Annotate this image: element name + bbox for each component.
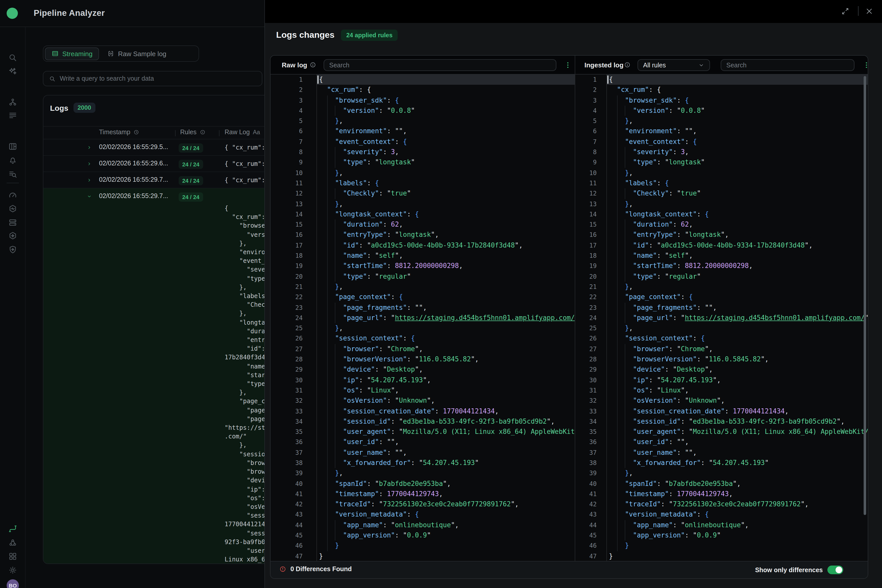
- kanban-icon[interactable]: [8, 142, 17, 151]
- query-placeholder: Write a query to search your data: [60, 75, 154, 82]
- line-number: 41: [270, 489, 317, 500]
- chevron-right-icon[interactable]: [87, 145, 92, 150]
- pipeline-icon[interactable]: [8, 524, 17, 533]
- code-line: 14 "longtask_context": {: [270, 209, 575, 220]
- code-line: 10 },: [270, 168, 575, 178]
- bell-icon[interactable]: [8, 156, 17, 165]
- ingested-log-search-input[interactable]: Search: [721, 59, 854, 71]
- line-number: 12: [575, 189, 607, 199]
- code-line: 40 "spanId": "b7abfdbe20e953ba",: [270, 478, 575, 489]
- line-number: 30: [575, 375, 607, 386]
- code-line: 44 "app_name": "onlineboutique",: [575, 520, 868, 531]
- line-number: 25: [575, 323, 607, 333]
- sidebar: BO: [0, 27, 26, 588]
- line-number: 11: [270, 178, 317, 189]
- tab-streaming-label: Streaming: [62, 50, 93, 57]
- row-timestamp: 02/02/2026 16:55:29.6...: [99, 160, 168, 167]
- line-number: 7: [270, 137, 317, 147]
- rules-applied-badge: 24 / 24: [178, 192, 203, 202]
- ingested-log-menu-icon[interactable]: [862, 60, 868, 70]
- hexagon-pulse-icon[interactable]: [8, 204, 17, 213]
- line-number: 22: [270, 292, 317, 302]
- raw-log-menu-icon[interactable]: [564, 60, 572, 70]
- code-line: 47}: [575, 551, 868, 561]
- info-icon: [200, 129, 206, 135]
- line-number: 2: [270, 85, 317, 96]
- code-line: 28 "browserVersion": "116.0.5845.82",: [575, 354, 868, 365]
- apps-grid-icon[interactable]: [8, 552, 17, 561]
- line-number: 20: [270, 271, 317, 282]
- chevron-right-icon[interactable]: [87, 178, 92, 183]
- org-chart-icon[interactable]: [8, 98, 17, 106]
- code-line: 29 "device": "Desktop",: [575, 365, 868, 375]
- differences-count: 0 Differences Found: [290, 566, 352, 573]
- gear-icon[interactable]: [8, 566, 17, 575]
- log-search-icon[interactable]: [8, 170, 17, 178]
- line-number: 18: [575, 250, 607, 261]
- shield-sparkle-icon[interactable]: [8, 245, 17, 254]
- vertical-scrollbar[interactable]: [864, 76, 866, 515]
- people-icon[interactable]: [8, 538, 17, 547]
- column-rules[interactable]: Rules: [180, 129, 206, 136]
- sparkles-icon[interactable]: [8, 67, 17, 76]
- search-icon[interactable]: [8, 53, 17, 62]
- server-icon[interactable]: [8, 218, 17, 227]
- gauge-icon[interactable]: [8, 191, 17, 200]
- hexagon-sparkle-icon[interactable]: [8, 231, 17, 240]
- line-number: 15: [270, 219, 317, 230]
- code-file-icon: [108, 50, 115, 57]
- code-line: 43 "version_metadata": {: [270, 510, 575, 520]
- code-line: 41 "timestamp": 1770044129743,: [270, 489, 575, 500]
- app-logo[interactable]: [7, 8, 18, 19]
- line-number: 42: [270, 499, 317, 510]
- toggle-knob: [836, 567, 842, 573]
- line-number: 18: [270, 250, 317, 261]
- chevron-down-icon[interactable]: [87, 194, 92, 199]
- line-number: 26: [575, 333, 607, 344]
- line-number: 38: [575, 458, 607, 468]
- code-line: 20 "type": "regular": [270, 271, 575, 282]
- tab-streaming[interactable]: Streaming: [45, 47, 99, 60]
- line-number: 34: [575, 417, 607, 427]
- query-search-input[interactable]: Write a query to search your data: [43, 71, 262, 86]
- expand-icon[interactable]: [841, 7, 849, 15]
- show-differences-toggle[interactable]: [827, 566, 843, 574]
- code-line: 47}: [270, 551, 575, 561]
- code-line: 6 "environment": "",: [270, 126, 575, 137]
- code-line: 9 "type": "longtask": [575, 158, 868, 168]
- code-line: 6 "environment": "",: [575, 126, 868, 137]
- code-line: 20 "type": "regular": [575, 271, 868, 282]
- text-lines-icon[interactable]: [8, 111, 17, 120]
- column-raw-log[interactable]: Raw Log Aa: [225, 129, 260, 136]
- line-number: 3: [270, 95, 317, 106]
- code-line: 39 },: [270, 468, 575, 479]
- sidebar-divider: [7, 183, 19, 183]
- code-line: 9 "type": "longtask": [270, 158, 575, 168]
- code-line: 19 "startTime": 8812.20000000298,: [270, 261, 575, 272]
- streaming-table-icon: [51, 50, 59, 57]
- line-number: 17: [270, 240, 317, 251]
- close-icon[interactable]: [865, 7, 873, 15]
- code-line: 10 },: [575, 168, 868, 178]
- line-number: 7: [575, 137, 607, 147]
- line-number: 45: [270, 530, 317, 541]
- avatar[interactable]: BO: [7, 579, 19, 588]
- tab-raw-sample-log[interactable]: Raw Sample log: [101, 47, 172, 60]
- raw-log-code: 1{2 "cx_rum": {3 "browser_sdk": {4 "vers…: [270, 75, 575, 566]
- line-number: 39: [270, 468, 317, 479]
- line-number: 25: [270, 323, 317, 333]
- column-timestamp[interactable]: Timestamp: [99, 129, 140, 136]
- raw-log-search-input[interactable]: Search: [324, 59, 556, 71]
- logs-changes-modal: Logs changes 24 applied rules Raw log Se…: [264, 0, 882, 588]
- rules-applied-badge: 24 / 24: [178, 160, 203, 169]
- code-line: 15 "duration": 62,: [270, 219, 575, 230]
- rules-applied-badge: 24 / 24: [178, 143, 203, 153]
- alert-icon: [279, 566, 286, 573]
- code-line: 4 "version": "0.0.8": [270, 106, 575, 116]
- row-timestamp: 02/02/2026 16:55:29.7...: [99, 192, 168, 200]
- line-number: 5: [575, 116, 607, 126]
- rules-applied-badge: 24 / 24: [178, 176, 203, 185]
- code-line: 25 },: [575, 323, 868, 333]
- chevron-right-icon[interactable]: [87, 161, 92, 166]
- rules-filter-select[interactable]: All rules: [638, 59, 710, 71]
